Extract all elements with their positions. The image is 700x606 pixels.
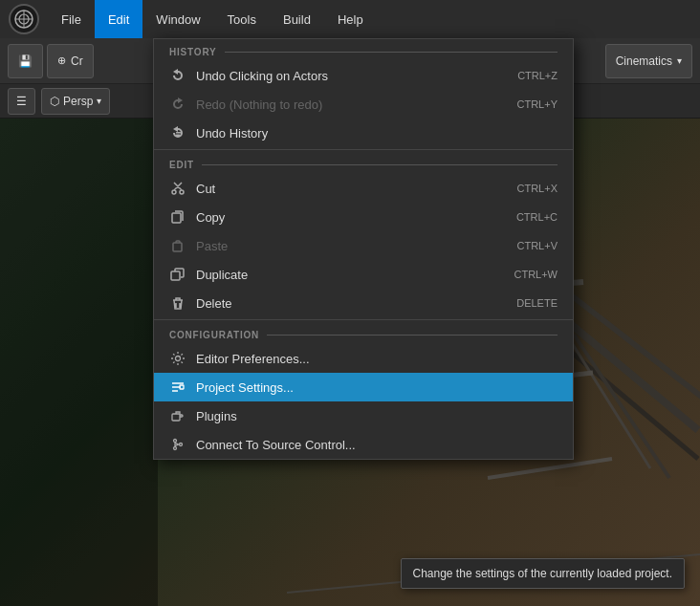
redo-icon: [169, 96, 186, 113]
copy-icon: [169, 208, 186, 226]
editor-preferences-label: Editor Preferences...: [196, 352, 558, 366]
delete-label: Delete: [196, 296, 507, 311]
cut-label: Cut: [196, 182, 508, 196]
menu-file[interactable]: File: [48, 0, 95, 38]
section-configuration-label: CONFIGURATION: [154, 322, 573, 344]
cut-shortcut: CTRL+X: [517, 183, 558, 194]
copy-shortcut: CTRL+C: [516, 211, 558, 223]
separator-1: [154, 149, 573, 150]
chevron-down-icon: ▾: [97, 96, 101, 106]
menu-item-delete[interactable]: Delete DELETE: [154, 289, 573, 317]
menu-tools[interactable]: Tools: [214, 0, 270, 38]
redo-shortcut: CTRL+Y: [517, 98, 558, 110]
svg-line-8: [488, 459, 612, 478]
menu-item-duplicate[interactable]: Duplicate CTRL+W: [154, 260, 573, 289]
edit-dropdown-menu: HISTORY Undo Clicking on Actors CTRL+Z R…: [153, 38, 574, 460]
svg-point-20: [176, 357, 181, 361]
undo-label: Undo Clicking on Actors: [196, 69, 508, 83]
menu-item-editor-preferences[interactable]: Editor Preferences...: [154, 344, 573, 373]
svg-rect-22: [172, 414, 180, 421]
svg-line-4: [574, 335, 669, 478]
menu-window[interactable]: Window: [142, 0, 213, 38]
menu-help[interactable]: Help: [324, 0, 377, 38]
svg-rect-18: [173, 243, 182, 251]
create-icon: ⊕: [57, 54, 66, 67]
perspective-selector[interactable]: ⬡ Persp ▾: [41, 88, 110, 115]
save-icon: 💾: [18, 54, 33, 68]
menu-item-undo-history[interactable]: Undo History: [154, 119, 573, 147]
cinematics-button[interactable]: Cinematics ▾: [605, 44, 692, 78]
undo-history-icon: [169, 124, 186, 141]
svg-point-23: [174, 440, 177, 443]
hamburger-icon: ☰: [16, 95, 27, 108]
logo-icon: [9, 4, 39, 34]
menu-item-source-control[interactable]: Connect To Source Control...: [154, 430, 573, 459]
source-control-icon: [169, 436, 186, 453]
hamburger-button[interactable]: ☰: [8, 88, 35, 115]
separator-2: [154, 319, 573, 320]
svg-point-25: [180, 444, 183, 446]
delete-icon: [169, 294, 186, 312]
menu-item-copy[interactable]: Copy CTRL+C: [154, 203, 573, 231]
menu-item-project-settings[interactable]: Project Settings...: [154, 373, 573, 401]
undo-icon: [169, 67, 186, 84]
plugins-label: Plugins: [196, 409, 558, 423]
menu-item-redo: Redo (Nothing to redo) CTRL+Y: [154, 90, 573, 119]
cut-icon: [169, 180, 186, 197]
svg-rect-19: [171, 271, 180, 280]
svg-rect-16: [176, 135, 180, 137]
svg-rect-21: [180, 385, 184, 389]
create-button[interactable]: ⊕ Cr: [47, 44, 94, 78]
menu-item-cut[interactable]: Cut CTRL+X: [154, 174, 573, 203]
redo-label: Redo (Nothing to redo): [196, 97, 508, 112]
duplicate-icon: [169, 266, 186, 283]
menu-item-undo[interactable]: Undo Clicking on Actors CTRL+Z: [154, 61, 573, 90]
plugins-icon: [169, 407, 186, 424]
menu-edit[interactable]: Edit: [95, 0, 142, 38]
undo-shortcut: CTRL+Z: [517, 70, 558, 81]
paste-icon: [169, 237, 186, 254]
svg-rect-17: [172, 213, 181, 223]
editor-preferences-icon: [169, 350, 186, 367]
save-button[interactable]: 💾: [8, 44, 43, 78]
duplicate-label: Duplicate: [196, 268, 504, 282]
undo-history-label: Undo History: [196, 126, 548, 141]
menu-build[interactable]: Build: [270, 0, 324, 38]
copy-label: Copy: [196, 210, 507, 225]
tooltip: Change the settings of the currently loa…: [401, 558, 686, 589]
menubar: File Edit Window Tools Build Help: [0, 0, 700, 38]
svg-point-24: [174, 447, 177, 450]
app-logo: [0, 0, 48, 38]
menu-item-plugins[interactable]: Plugins: [154, 401, 573, 430]
chevron-down-icon: ▾: [677, 55, 682, 66]
svg-rect-15: [176, 132, 181, 134]
paste-shortcut: CTRL+V: [517, 240, 558, 251]
tooltip-text: Change the settings of the currently loa…: [413, 567, 673, 580]
delete-shortcut: DELETE: [516, 297, 558, 309]
project-settings-label: Project Settings...: [196, 380, 558, 395]
paste-label: Paste: [196, 239, 508, 253]
cube-icon: ⬡: [50, 95, 59, 108]
source-control-label: Connect To Source Control...: [196, 438, 558, 452]
duplicate-shortcut: CTRL+W: [514, 269, 558, 280]
project-settings-icon: [169, 379, 186, 396]
section-edit-label: EDIT: [154, 152, 573, 174]
menu-item-paste: Paste CTRL+V: [154, 231, 573, 260]
section-history-label: HISTORY: [154, 39, 573, 61]
svg-rect-0: [0, 96, 158, 606]
